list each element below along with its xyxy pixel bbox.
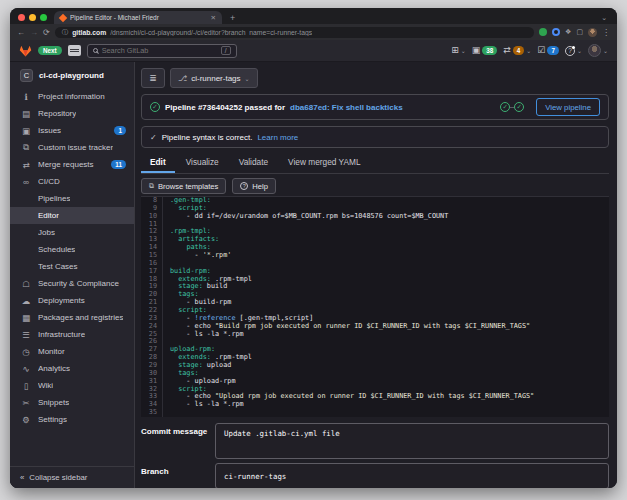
global-search[interactable]: / [87,44,237,58]
sidebar-item-analytics[interactable]: ∿ Analytics [10,360,134,377]
todos-button[interactable]: ☑ 7 [537,46,559,55]
tab-label: Visualize [186,157,219,167]
sidebar-item-test-cases[interactable]: Test Cases [10,258,134,275]
tab-view-merged-yaml[interactable]: View merged YAML [279,152,369,173]
stage-passed-icon[interactable]: ✓ [500,102,510,112]
collapse-sidebar-button[interactable]: « Collapse sidebar [10,466,134,488]
sidebar-item-label: Merge requests [38,160,94,169]
code-line[interactable]: 8.gen-tmpl: [141,197,609,205]
tab-edit[interactable]: Edit [141,152,175,173]
issues-dashboard-button[interactable]: ▣ 38 [472,46,498,55]
sidebar-item-jobs[interactable]: Jobs [10,224,134,241]
code-line[interactable]: 35 [141,409,609,417]
view-pipeline-button[interactable]: View pipeline [536,98,600,116]
line-content [163,409,170,417]
code-line[interactable]: 19 stage: build [141,283,609,291]
search-input[interactable] [102,46,217,55]
side-panel-icon[interactable]: ▢ [576,28,583,36]
code-line[interactable]: 10 - dd if=/dev/urandom of=$MB_COUNT.rpm… [141,213,609,221]
help-button[interactable]: ? Help [232,178,276,194]
branch-selector-label: ci-runner-tags [191,74,240,83]
sidebar-project-header[interactable]: C ci-cd-playground [10,65,134,88]
branch-label: Branch [141,463,215,488]
editor-tabs: Edit Visualize Validate View merged YAML [141,152,609,174]
extension-icon-blue[interactable] [552,28,560,36]
code-line[interactable]: 16 [141,260,609,268]
browse-templates-button[interactable]: ⧉ Browse templates [141,178,226,194]
extension-icon-green[interactable] [539,28,547,36]
gitlab-logo[interactable] [19,45,32,57]
tab-visualize[interactable]: Visualize [177,152,228,173]
sidebar-item-project-information[interactable]: ℹ Project information [10,88,134,105]
code-line[interactable]: 21 - build-rpm [141,299,609,307]
close-tab-icon[interactable]: ✕ [211,14,216,22]
code-line[interactable]: 11 [141,221,609,229]
code-line[interactable]: 29 stage: upload [141,362,609,370]
sidebar-item-settings[interactable]: ⚙ Settings [10,411,134,428]
sidebar-item-infrastructure[interactable]: ☰ Infrastructure [10,326,134,343]
url-path: /dnsmichi/ci-cd-playground/-/ci/editor?b… [110,29,312,36]
code-line[interactable]: 15 - '*.rpm' [141,252,609,260]
branch-selector-button[interactable]: ⎇ ci-runner-tags ⌄ [170,68,258,88]
sidebar-item-label: Schedules [38,245,75,254]
back-button[interactable]: ← [17,28,25,37]
sidebar-item-issues[interactable]: ▣ Issues 1 [10,122,134,139]
branch-input[interactable] [215,463,609,488]
tab-label: Edit [150,157,166,167]
new-tab-button[interactable]: + [222,13,243,24]
sidebar-item-snippets[interactable]: ✂ Snippets [10,394,134,411]
close-window-button[interactable] [18,14,25,21]
minimize-window-button[interactable] [29,14,36,21]
main-content: ≣ ⎇ ci-runner-tags ⌄ ✓ Pipeline #7364042… [135,62,617,488]
sidebar-item-editor[interactable]: Editor [10,207,134,224]
help-label: Help [252,182,268,191]
code-line[interactable]: 13 artifacts: [141,236,609,244]
commit-link[interactable]: dba687ed: Fix shell backticks [290,103,403,112]
sidebar-item-label: Repository [38,109,76,118]
sidebar-item-wiki[interactable]: ▯ Wiki [10,377,134,394]
sidebar-item-deployments[interactable]: ☁ Deployments [10,292,134,309]
line-content: - dd if=/dev/urandom of=$MB_COUNT.rpm bs… [163,213,448,221]
sidebar-item-label: Issues [38,126,61,135]
yaml-code-editor[interactable]: 8.gen-tmpl:9 script:10 - dd if=/dev/uran… [141,196,609,417]
sidebar-item-security-compliance[interactable]: ☖ Security & Compliance [10,275,134,292]
sidebar-nav: ℹ Project information ▤ Repository ▣ [10,88,134,428]
zoom-window-button[interactable] [40,14,47,21]
code-line[interactable]: 31 - upload-rpm [141,378,609,386]
tab-validate[interactable]: Validate [230,152,277,173]
reload-button[interactable]: ⟳ [43,28,50,37]
browser-tab[interactable]: Pipeline Editor - Michael Friedr ✕ [54,11,222,24]
menu-icon[interactable] [68,45,81,56]
sidebar-item-schedules[interactable]: Schedules [10,241,134,258]
sidebar-item-monitor[interactable]: ◷ Monitor [10,343,134,360]
sidebar-item-repository[interactable]: ▤ Repository [10,105,134,122]
stage-passed-icon[interactable]: ✓ [514,102,524,112]
sidebar-item-label: Custom issue tracker [38,143,113,152]
line-content [163,260,170,268]
todo-count-badge: 7 [547,46,559,55]
site-info-icon[interactable]: ⓘ [62,28,69,37]
chevron-down-icon: ⌄ [603,47,608,54]
browser-profile-avatar[interactable] [588,28,597,37]
sidebar-item-custom-issue-tracker[interactable]: ⧉ Custom issue tracker [10,139,134,156]
learn-more-link[interactable]: Learn more [257,133,298,142]
code-line[interactable]: 25 - ls -la *.rpm [141,331,609,339]
help-menu-button[interactable]: ? ⌄ [565,46,582,56]
forward-button[interactable]: → [30,28,38,37]
address-bar[interactable]: ⓘ gitlab.com/dnsmichi/ci-cd-playground/-… [55,27,534,38]
sidebar-item-cicd[interactable]: ∞ CI/CD [10,173,134,190]
tab-search-chevron-icon[interactable]: ⌄ [601,14,617,24]
code-line[interactable]: 34 - ls -la *.rpm [141,401,609,409]
file-tree-toggle-button[interactable]: ≣ [141,68,165,88]
user-menu-button[interactable]: ⌄ [588,44,608,57]
merge-requests-button[interactable]: ⇄ 4 ⌄ [503,46,531,55]
commit-message-input[interactable]: Update .gitlab-ci.yml file [215,423,609,459]
sidebar-item-packages-registries[interactable]: ▦ Packages and registries [10,309,134,326]
new-menu-button[interactable]: ⊞ ⌄ [451,46,466,55]
browser-menu-icon[interactable]: ⋮ [602,28,610,37]
extensions-puzzle-icon[interactable]: ❖ [565,28,571,36]
sidebar-item-label: Jobs [38,228,55,237]
sidebar-item-pipelines[interactable]: Pipelines [10,190,134,207]
mini-pipeline-graph[interactable]: ✓ ✓ [500,102,524,112]
sidebar-item-merge-requests[interactable]: ⇄ Merge requests 11 [10,156,134,173]
